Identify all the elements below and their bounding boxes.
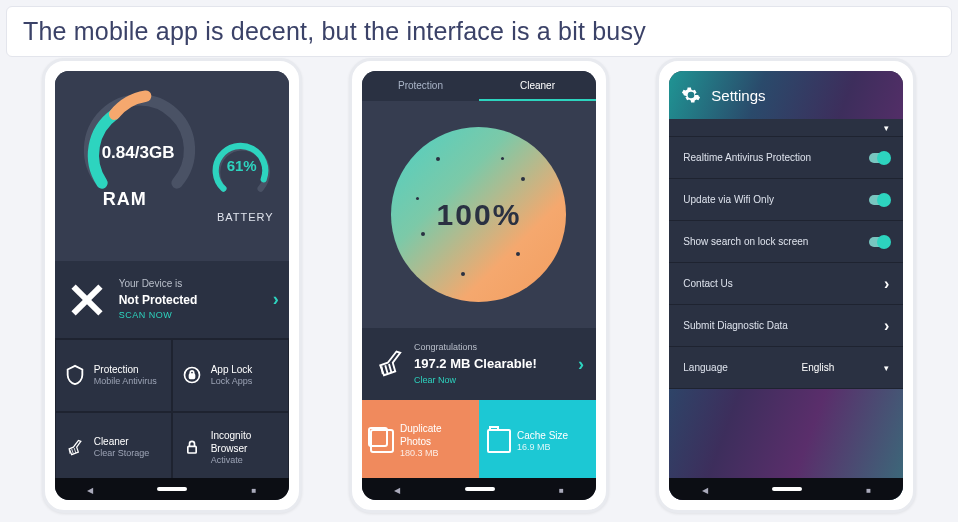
tile-subtitle: Clear Storage bbox=[94, 448, 150, 460]
warning-text: Your Device is Not Protected SCAN NOW bbox=[119, 276, 273, 323]
svg-rect-2 bbox=[187, 446, 195, 453]
clearable-text: Congratulations 197.2 MB Clearable! Clea… bbox=[414, 341, 568, 388]
language-value: English bbox=[802, 362, 835, 373]
screen-1: 0.84/3GB RAM 61% BATTERY Your Device is … bbox=[55, 71, 289, 500]
progress-circle: 100% bbox=[391, 127, 566, 302]
tile-subtitle: Mobile Antivirus bbox=[94, 376, 157, 388]
tile-applock[interactable]: App LockLock Apps bbox=[172, 339, 289, 412]
tile-subtitle: Lock Apps bbox=[211, 376, 253, 388]
broom-icon bbox=[374, 349, 404, 379]
svg-rect-1 bbox=[189, 374, 194, 378]
caret-down-icon: ▾ bbox=[884, 363, 889, 373]
dashboard-gauges: 0.84/3GB RAM 61% BATTERY bbox=[55, 71, 289, 261]
progress-text: 100% bbox=[437, 198, 522, 232]
tile-protection[interactable]: ProtectionMobile Antivirus bbox=[55, 339, 172, 412]
settings-row-lockscreen[interactable]: Show search on lock screen bbox=[669, 221, 903, 263]
phone-row: 0.84/3GB RAM 61% BATTERY Your Device is … bbox=[0, 0, 958, 522]
nav-home-icon[interactable] bbox=[157, 487, 187, 491]
nav-home-icon[interactable] bbox=[772, 487, 802, 491]
row-label: Language bbox=[683, 362, 728, 373]
card-title: Duplicate Photos bbox=[400, 422, 471, 448]
phone-frame-2: Protection Cleaner 100% Congratulations … bbox=[349, 58, 609, 513]
row-label: Contact Us bbox=[683, 278, 732, 289]
screen-3: Settings ▾ Realtime Antivirus Protection… bbox=[669, 71, 903, 500]
tile-incognito[interactable]: Incognito BrowserActivate bbox=[172, 412, 289, 485]
x-icon bbox=[65, 278, 109, 322]
progress-area: 100% bbox=[362, 101, 596, 328]
clear-now-link[interactable]: Clear Now bbox=[414, 374, 568, 388]
clearable-amount: 197.2 MB Clearable! bbox=[414, 354, 568, 374]
battery-label: BATTERY bbox=[217, 211, 274, 223]
clearable-card[interactable]: Congratulations 197.2 MB Clearable! Clea… bbox=[362, 328, 596, 400]
chevron-right-icon: › bbox=[578, 354, 584, 375]
nav-recent-icon[interactable] bbox=[252, 484, 257, 495]
settings-row-wifi[interactable]: Update via Wifi Only bbox=[669, 179, 903, 221]
congrats-label: Congratulations bbox=[414, 341, 568, 355]
incognito-icon bbox=[181, 437, 203, 459]
phone-frame-1: 0.84/3GB RAM 61% BATTERY Your Device is … bbox=[42, 58, 302, 513]
tab-cleaner[interactable]: Cleaner bbox=[479, 71, 596, 101]
tile-title: Protection bbox=[94, 363, 157, 376]
caret-down-icon: ▾ bbox=[884, 123, 889, 133]
tile-title: App Lock bbox=[211, 363, 253, 376]
settings-row-realtime[interactable]: Realtime Antivirus Protection bbox=[669, 137, 903, 179]
card-subtitle: 16.9 MB bbox=[517, 442, 568, 454]
settings-header: Settings bbox=[669, 71, 903, 119]
nav-recent-icon[interactable] bbox=[866, 484, 871, 495]
screen-2: Protection Cleaner 100% Congratulations … bbox=[362, 71, 596, 500]
chevron-right-icon: › bbox=[884, 275, 889, 293]
row-label: Show search on lock screen bbox=[683, 236, 808, 247]
feature-grid: ProtectionMobile Antivirus App LockLock … bbox=[55, 339, 289, 484]
nav-recent-icon[interactable] bbox=[559, 484, 564, 495]
warning-line1: Your Device is bbox=[119, 276, 273, 291]
tile-title: Cleaner bbox=[94, 435, 150, 448]
android-navbar bbox=[669, 478, 903, 500]
toggle-switch[interactable] bbox=[869, 237, 889, 247]
nav-back-icon[interactable] bbox=[394, 484, 400, 495]
warning-line2: Not Protected bbox=[119, 291, 273, 309]
bottom-cards: Duplicate Photos180.3 MB Cache Size16.9 … bbox=[362, 400, 596, 482]
toggle-switch[interactable] bbox=[869, 153, 889, 163]
tab-bar: Protection Cleaner bbox=[362, 71, 596, 101]
phone-frame-3: Settings ▾ Realtime Antivirus Protection… bbox=[656, 58, 916, 513]
android-navbar bbox=[362, 478, 596, 500]
gear-icon bbox=[681, 85, 701, 105]
settings-row-diagnostic[interactable]: Submit Diagnostic Data› bbox=[669, 305, 903, 347]
broom-icon bbox=[64, 437, 86, 459]
row-label: Update via Wifi Only bbox=[683, 194, 774, 205]
chevron-right-icon: › bbox=[884, 317, 889, 335]
scan-now-link[interactable]: SCAN NOW bbox=[119, 309, 273, 323]
android-navbar bbox=[55, 478, 289, 500]
photos-icon bbox=[370, 429, 394, 453]
settings-row-language[interactable]: Language English▾ bbox=[669, 347, 903, 389]
settings-list: ▾ Realtime Antivirus Protection Update v… bbox=[669, 119, 903, 389]
tab-protection[interactable]: Protection bbox=[362, 71, 479, 101]
card-duplicate-photos[interactable]: Duplicate Photos180.3 MB bbox=[362, 400, 479, 482]
tile-title: Incognito Browser bbox=[211, 429, 280, 455]
tile-cleaner[interactable]: CleanerClear Storage bbox=[55, 412, 172, 485]
toggle-switch[interactable] bbox=[869, 195, 889, 205]
nav-back-icon[interactable] bbox=[702, 484, 708, 495]
settings-row-top[interactable]: ▾ bbox=[669, 119, 903, 137]
card-cache-size[interactable]: Cache Size16.9 MB bbox=[479, 400, 596, 482]
settings-title: Settings bbox=[711, 87, 765, 104]
nav-home-icon[interactable] bbox=[465, 487, 495, 491]
card-subtitle: 180.3 MB bbox=[400, 448, 471, 460]
folder-icon bbox=[487, 429, 511, 453]
shield-icon bbox=[64, 364, 86, 386]
ram-value: 0.84/3GB bbox=[102, 143, 202, 163]
caption-banner: The mobile app is decent, but the interf… bbox=[6, 6, 952, 57]
card-title: Cache Size bbox=[517, 429, 568, 442]
ram-label: RAM bbox=[103, 189, 147, 210]
protection-warning[interactable]: Your Device is Not Protected SCAN NOW › bbox=[55, 261, 289, 339]
battery-gauge: 61% bbox=[211, 139, 273, 201]
lock-icon bbox=[181, 364, 203, 386]
settings-row-contact[interactable]: Contact Us› bbox=[669, 263, 903, 305]
battery-value: 61% bbox=[211, 157, 273, 174]
row-label: Realtime Antivirus Protection bbox=[683, 152, 811, 163]
row-label: Submit Diagnostic Data bbox=[683, 320, 788, 331]
tile-subtitle: Activate bbox=[211, 455, 280, 467]
nav-back-icon[interactable] bbox=[87, 484, 93, 495]
chevron-right-icon: › bbox=[273, 289, 279, 310]
